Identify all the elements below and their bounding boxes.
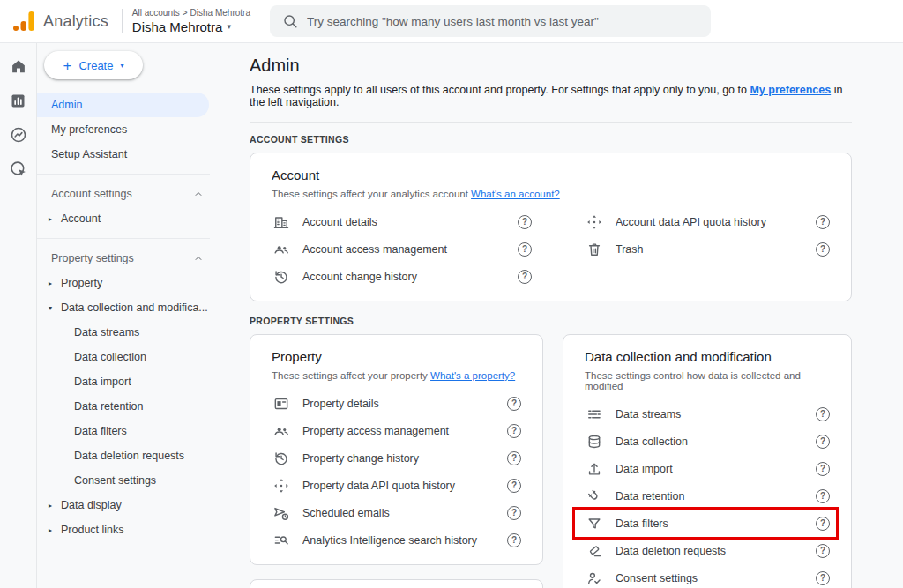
property-details-row[interactable]: Property details ? [272,390,521,417]
property-settings-section-label: PROPERTY SETTINGS [250,316,852,326]
whats-a-property-link[interactable]: What's a property? [430,370,515,381]
magnet-icon [586,488,603,505]
help-icon[interactable]: ? [507,479,521,493]
help-icon[interactable]: ? [816,242,830,257]
help-icon[interactable]: ? [518,270,532,284]
history-icon [272,268,290,286]
help-icon[interactable]: ? [816,517,830,531]
sidebar-item-data-filters[interactable]: Data filters [37,419,231,443]
data-filters-row[interactable]: Data filters ? [585,510,830,537]
data-import-row[interactable]: Data import ? [585,455,830,482]
tree-item-label: Data display [61,499,122,511]
card-subtitle: These settings affect your analytics acc… [272,189,830,199]
sidebar-item-my-preferences[interactable]: My preferences [37,117,209,142]
page-description: These settings apply to all users of thi… [250,84,852,108]
row-label: Trash [616,243,816,256]
sidebar-item-data-collection-group[interactable]: ▾ Data collection and modifica... [37,295,231,320]
account-card: Account These settings affect your analy… [250,153,852,301]
sidebar-item-consent-settings[interactable]: Consent settings [37,468,231,493]
create-caret-icon: ▾ [120,62,123,70]
help-icon[interactable]: ? [816,462,830,476]
sidebar-item-data-streams[interactable]: Data streams [37,320,231,345]
subtitle-text: These settings affect your property [272,370,430,381]
help-icon[interactable]: ? [518,215,532,229]
section-account-settings[interactable]: Account settings [37,182,231,206]
property-access-management-row[interactable]: Property access management ? [272,417,521,444]
section-property-settings[interactable]: Property settings [37,246,231,271]
account-change-history-row[interactable]: Account change history ? [272,263,532,290]
article-icon [272,395,290,413]
help-icon[interactable]: ? [816,215,830,229]
tree-child-label: Data filters [74,425,127,437]
help-icon[interactable]: ? [518,242,532,257]
tree-child-label: Data streams [74,326,139,339]
building-icon [272,213,290,231]
sidebar-item-product-links[interactable]: ▸ Product links [37,517,231,542]
breadcrumb-root: All accounts [132,9,180,18]
account-switcher[interactable]: All accounts > Disha Mehrotra Disha Mehr… [132,9,250,33]
help-icon[interactable]: ? [816,435,830,449]
help-icon[interactable]: ? [507,451,521,465]
property-change-history-row[interactable]: Property change history ? [272,444,521,472]
sidebar-divider [37,174,210,175]
row-label: Account data API quota history [616,216,816,228]
help-icon[interactable]: ? [507,533,521,547]
data-retention-row[interactable]: Data retention ? [585,482,830,510]
home-icon[interactable] [8,56,29,77]
help-icon[interactable]: ? [816,544,830,558]
account-data-api-quota-history-row[interactable]: Account data API quota history ? [585,208,830,235]
sidebar-item-data-collection[interactable]: Data collection [37,345,231,369]
sidebar-item-admin[interactable]: Admin [37,93,209,117]
data-streams-row[interactable]: Data streams ? [585,400,830,428]
sidebar-divider [37,238,210,239]
help-icon[interactable]: ? [816,489,830,503]
search-list-icon [272,532,290,549]
property-data-api-quota-history-row[interactable]: Property data API quota history ? [272,472,521,499]
consent-settings-row[interactable]: Consent settings ? [585,564,830,588]
sidebar-item-property[interactable]: ▸ Property [37,271,231,295]
whats-an-account-link[interactable]: What's an account? [471,189,560,199]
reports-icon[interactable] [8,90,29,111]
person-check-icon [586,569,603,587]
tree-expanded-icon: ▾ [49,304,61,312]
row-label: Data filters [616,517,816,530]
sidebar-item-data-import[interactable]: Data import [37,369,231,394]
trash-row[interactable]: Trash ? [585,235,830,263]
create-button-label: Create [78,59,113,72]
sidebar-item-setup-assistant[interactable]: Setup Assistant [37,142,209,167]
analytics-intelligence-search-history-row[interactable]: Analytics Intelligence search history ? [272,526,521,554]
help-icon[interactable]: ? [507,397,521,411]
row-label: Data collection [616,435,816,448]
card-subtitle: These settings control how data is colle… [585,370,830,391]
sidebar-item-data-display[interactable]: ▸ Data display [37,493,231,517]
sidebar-item-account[interactable]: ▸ Account [37,206,231,231]
row-label: Property data API quota history [302,480,507,492]
search-input[interactable] [270,5,711,37]
analytics-logo[interactable]: Analytics [12,11,108,32]
account-details-row[interactable]: Account details ? [272,208,532,235]
data-display-card: Data display [250,579,543,588]
my-preferences-link[interactable]: My preferences [750,84,831,96]
advertising-icon[interactable] [8,159,29,180]
admin-sidebar: + Create ▾ Admin My preferences Setup As… [37,43,231,588]
help-icon[interactable]: ? [816,571,830,585]
account-access-management-row[interactable]: Account access management ? [272,235,532,263]
people-icon [272,241,290,258]
explore-icon[interactable] [8,124,29,145]
help-icon[interactable]: ? [816,407,830,421]
section-label: Account settings [51,188,192,200]
tree-collapsed-icon: ▸ [49,279,61,287]
help-icon[interactable]: ? [507,506,521,520]
data-collection-row[interactable]: Data collection ? [585,428,830,455]
scheduled-send-icon [272,504,290,522]
data-deletion-requests-row[interactable]: Data deletion requests ? [585,537,830,564]
help-icon[interactable]: ? [507,424,521,438]
create-button[interactable]: + Create ▾ [44,51,143,79]
tree-collapsed-icon: ▸ [49,502,61,510]
sidebar-item-data-retention[interactable]: Data retention [37,394,231,419]
tree-collapsed-icon: ▸ [49,526,61,534]
sidebar-item-data-deletion-requests[interactable]: Data deletion requests [37,443,231,468]
section-label: Property settings [51,252,192,264]
scheduled-emails-row[interactable]: Scheduled emails ? [272,499,521,526]
global-search [270,5,711,37]
